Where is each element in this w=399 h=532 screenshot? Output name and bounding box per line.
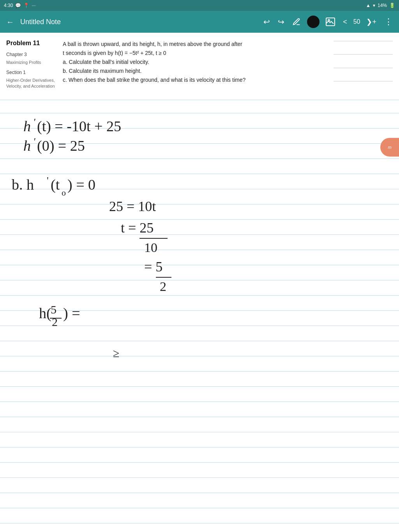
chapter-label: Chapter 3 [6,51,59,58]
problem-title: Problem 11 [6,40,59,47]
problem-desc: A ball is thrown upward, and its height,… [63,40,330,49]
svg-text:10: 10 [144,240,157,255]
svg-text:': ' [33,136,35,147]
status-bar: 4:30 💬 📍 ··· ▲ ▾ 14% 🔋 [0,0,399,11]
svg-text:h(: h( [39,305,51,322]
handwriting-svg: h ' (t) = -10t + 25 h ' (0) = 25 b. h ' … [0,100,399,470]
svg-text:t =  25: t = 25 [121,220,154,236]
next-page-button[interactable]: ❯+ [365,16,378,28]
pen-button[interactable] [291,16,302,28]
svg-text:25 = 10t: 25 = 10t [109,199,156,214]
battery-icon: 🔋 [389,3,395,8]
svg-text:h: h [23,137,31,154]
toolbar: ← Untitled Note ↩ ↪ < 50 ❯+ ⋮ [0,11,399,33]
svg-text:≥: ≥ [113,347,119,359]
status-icon-map: 📍 [23,3,29,8]
page-number: 50 [353,18,360,25]
wifi-icon: ▾ [373,3,375,8]
svg-text:h: h [23,118,31,134]
problem-part-b: b. Calculate its maximum height. [63,67,330,76]
status-time: 4:30 [4,3,13,8]
svg-text:(t: (t [51,176,60,193]
back-button[interactable]: ← [5,16,16,28]
svg-text:) =: ) = [63,305,80,322]
handwriting-canvas[interactable]: h ' (t) = -10t + 25 h ' (0) = 25 b. h ' … [0,100,399,470]
status-icon-message: 💬 [15,3,21,8]
problem-sidebar: Problem 11 Chapter 3 Maximizing Profits … [6,40,63,93]
problem-area: Problem 11 Chapter 3 Maximizing Profits … [0,33,399,100]
svg-text:) = 0: ) = 0 [67,176,95,193]
note-title: Untitled Note [20,18,257,26]
svg-text:o: o [62,188,66,197]
section-label: Section 1 [6,69,59,76]
status-icon-more: ··· [32,3,35,8]
content-area: Problem 11 Chapter 3 Maximizing Profits … [0,33,399,532]
status-right: ▲ ▾ 14% 🔋 [366,3,395,8]
color-picker-button[interactable] [307,16,320,28]
lined-paper: Problem 11 Chapter 3 Maximizing Profits … [0,33,399,532]
battery-level: 14% [378,3,387,8]
image-button[interactable] [324,16,337,28]
svg-text:(0) = 25: (0) = 25 [37,137,85,154]
problem-equation: t seconds is given by h(t) = −5t² + 25t,… [63,49,330,58]
redo-button[interactable]: ↪ [276,16,286,28]
svg-text:(t) = -10t + 25: (t) = -10t + 25 [37,118,121,135]
problem-answer-lines [330,40,393,93]
svg-point-1 [328,19,330,21]
svg-text:2: 2 [52,315,58,328]
svg-text:': ' [47,175,49,186]
problem-content: A ball is thrown upward, and its height,… [63,40,330,93]
section-sub-label: Higher-Order Derivatives, Velocity, and … [6,78,59,90]
svg-text:': ' [33,116,35,128]
svg-text:=  5: = 5 [144,259,162,275]
problem-part-c: c. When does the ball strike the ground,… [63,76,330,85]
chapter-sub-label: Maximizing Profits [6,60,59,65]
prev-page-button[interactable]: < [341,16,349,28]
signal-icon: ▲ [366,3,371,8]
undo-button[interactable]: ↩ [262,16,272,28]
svg-text:b.  h: b. h [12,176,34,193]
svg-text:5: 5 [51,303,56,316]
status-left: 4:30 💬 📍 ··· [4,3,35,8]
more-options-button[interactable]: ⋮ [383,15,394,28]
svg-text:2: 2 [160,279,166,294]
problem-part-a: a. Calculate the ball's initial velocity… [63,58,330,67]
